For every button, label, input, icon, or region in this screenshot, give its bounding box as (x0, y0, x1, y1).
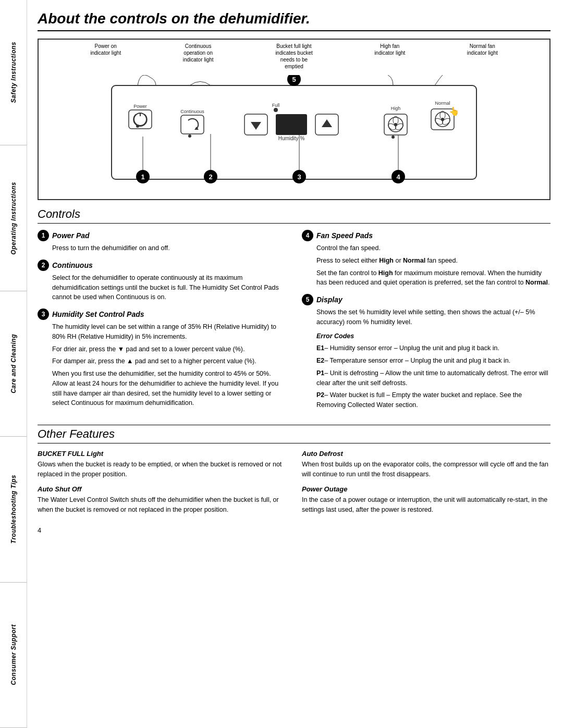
svg-point-4 (136, 125, 139, 128)
svg-text:4: 4 (396, 173, 400, 181)
label-bucket-full: Bucket full light indicates bucket needs… (275, 43, 313, 70)
svg-text:5: 5 (292, 76, 296, 83)
sidebar-section-operating: Operating Instructions (0, 145, 27, 291)
features-right: Auto Defrost When frost builds up on the… (302, 450, 550, 521)
label-normal-fan: Normal fan indicator light (467, 43, 498, 70)
error-codes-label: Error Codes (316, 332, 354, 340)
svg-point-23 (394, 123, 397, 126)
svg-marker-14 (322, 119, 332, 127)
controls-section-title: Controls (38, 207, 550, 224)
control-body-continuous: Select for the dehumidifier to operate c… (38, 273, 286, 302)
feature-body-power-outage: In the case of a power outage or interru… (302, 495, 550, 515)
feature-body-auto-shut: The Water Level Control Switch shuts off… (38, 495, 286, 515)
sidebar-section-care: Care and Cleaning (0, 291, 27, 437)
page-title: About the controls on the dehumidifier. (38, 10, 550, 31)
sidebar-label-consumer: Consumer Support (10, 624, 17, 685)
control-title-display: Display (316, 295, 342, 304)
svg-point-8 (188, 134, 191, 138)
page-number: 4 (38, 526, 550, 534)
svg-marker-11 (251, 122, 261, 130)
label-high-fan: High fan indicator light (374, 43, 405, 70)
control-power-pad: 1 Power Pad Press to turn the dehumidifi… (38, 230, 286, 253)
control-body-display: Shows the set % humidity level while set… (302, 307, 550, 410)
circle-num-1: 1 (38, 230, 49, 241)
svg-text:Continuous: Continuous (180, 109, 204, 114)
control-body-humidity: The humidity level can be set within a r… (38, 322, 286, 408)
svg-text:👆: 👆 (449, 106, 459, 116)
controls-right-column: 4 Fan Speed Pads Control the fan speed. … (302, 230, 550, 416)
svg-rect-6 (181, 115, 204, 134)
controls-grid: 1 Power Pad Press to turn the dehumidifi… (38, 230, 550, 416)
diagram-svg: Power Continuous (39, 71, 549, 199)
label-power-on: Power on indicator light (90, 43, 121, 70)
control-title-humidity: Humidity Set Control Pads (52, 310, 144, 318)
control-display: 5 Display Shows the set % humidity level… (302, 294, 550, 410)
control-title-fan: Fan Speed Pads (316, 231, 373, 240)
control-title-continuous: Continuous (52, 261, 93, 269)
feature-subtitle-power-outage: Power Outage (302, 485, 550, 493)
other-features-title: Other Features (38, 425, 550, 443)
control-title-power: Power Pad (52, 231, 90, 240)
feature-power-outage: Power Outage In the case of a power outa… (302, 485, 550, 515)
features-left: BUCKET FULL Light Glows when the bucket … (38, 450, 286, 521)
diagram-top-labels: Power on indicator light Continuous oper… (39, 40, 549, 70)
svg-text:Power: Power (133, 104, 147, 109)
svg-text:Normal: Normal (435, 101, 450, 106)
feature-auto-shut: Auto Shut Off The Water Level Control Sw… (38, 485, 286, 515)
control-body-fan: Control the fan speed. Press to select e… (302, 243, 550, 288)
sidebar-label-troubleshooting: Troubleshooting Tips (10, 475, 17, 544)
circle-num-2: 2 (38, 260, 49, 271)
main-content: About the controls on the dehumidifier. … (27, 0, 563, 728)
svg-point-24 (391, 135, 395, 139)
svg-text:1: 1 (141, 173, 144, 181)
feature-bucket-full: BUCKET FULL Light Glows when the bucket … (38, 450, 286, 479)
control-body-power: Press to turn the dehumidifier on and of… (38, 243, 286, 253)
feature-auto-defrost: Auto Defrost When frost builds up on the… (302, 450, 550, 479)
control-panel-svg: Power Continuous (96, 75, 492, 195)
circle-num-4: 4 (302, 230, 313, 241)
control-header-humidity: 3 Humidity Set Control Pads (38, 309, 286, 320)
control-header-display: 5 Display (302, 294, 550, 305)
sidebar-section-safety: Safety Instructions (0, 0, 27, 145)
control-header-continuous: 2 Continuous (38, 260, 286, 271)
svg-text:Humidity %: Humidity % (278, 135, 305, 141)
svg-text:2: 2 (209, 173, 212, 181)
svg-point-15 (274, 108, 278, 112)
feature-subtitle-bucket: BUCKET FULL Light (38, 450, 286, 458)
circle-num-3: 3 (38, 309, 49, 320)
feature-body-auto-defrost: When frost builds up on the evaporator c… (302, 460, 550, 479)
control-header-power: 1 Power Pad (38, 230, 286, 241)
control-header-fan: 4 Fan Speed Pads (302, 230, 550, 241)
controls-left-column: 1 Power Pad Press to turn the dehumidifi… (38, 230, 286, 416)
svg-text:Full: Full (272, 103, 280, 108)
sidebar-label-operating: Operating Instructions (10, 182, 17, 255)
feature-body-bucket: Glows when the bucket is ready to be emp… (38, 460, 286, 479)
circle-num-5: 5 (302, 294, 313, 305)
sidebar-label-care: Care and Cleaning (10, 334, 17, 393)
sidebar: Safety Instructions Operating Instructio… (0, 0, 27, 728)
control-continuous: 2 Continuous Select for the dehumidifier… (38, 260, 286, 302)
label-continuous: Continuous operation on indicator light (183, 43, 214, 70)
svg-text:3: 3 (297, 173, 301, 181)
features-grid: BUCKET FULL Light Glows when the bucket … (38, 450, 550, 521)
sidebar-section-consumer: Consumer Support (0, 583, 27, 728)
svg-point-31 (441, 118, 444, 121)
svg-rect-12 (276, 114, 307, 135)
svg-text:High: High (391, 106, 401, 111)
feature-subtitle-auto-defrost: Auto Defrost (302, 450, 550, 458)
control-humidity: 3 Humidity Set Control Pads The humidity… (38, 309, 286, 408)
sidebar-section-troubleshooting: Troubleshooting Tips (0, 437, 27, 582)
feature-subtitle-auto-shut: Auto Shut Off (38, 485, 286, 493)
sidebar-label-safety: Safety Instructions (10, 42, 17, 103)
diagram-area: Power on indicator light Continuous oper… (38, 39, 550, 200)
control-fan-speed: 4 Fan Speed Pads Control the fan speed. … (302, 230, 550, 288)
